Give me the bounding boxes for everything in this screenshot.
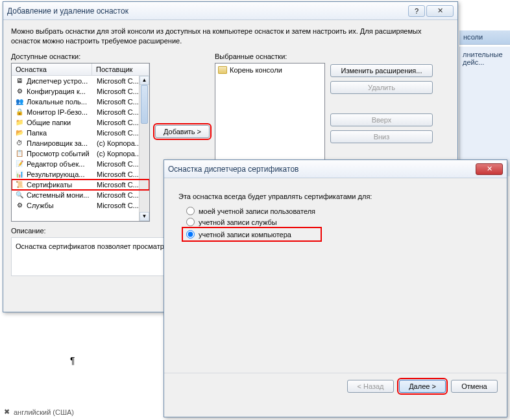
snapin-icon: 📂 <box>14 128 25 137</box>
list-header[interactable]: Оснастка Поставщик <box>12 64 149 76</box>
snapin-icon: 🖥 <box>14 76 25 86</box>
scroll-down-icon[interactable]: ▼ <box>140 212 149 221</box>
radio-input-user[interactable] <box>186 207 195 215</box>
col-snapin[interactable]: Оснастка <box>12 64 92 75</box>
close-icon[interactable]: ✕ <box>476 163 503 175</box>
snapin-name: Локальные поль... <box>27 98 97 106</box>
dialog2-titlebar[interactable]: Оснастка диспетчера сертификатов ✕ <box>164 160 507 178</box>
move-up-button[interactable]: Вверх <box>330 113 433 126</box>
snapin-name: Папка <box>27 129 97 137</box>
snapin-icon: 📜 <box>14 180 25 189</box>
snapin-name: Системный мони... <box>27 191 97 199</box>
wizard-prompt: Эта оснастка всегда будет управлять серт… <box>178 192 492 200</box>
dialog2-title: Оснастка диспетчера сертификатов <box>168 165 476 174</box>
snapin-row[interactable]: 📂ПапкаMicrosoft C... <box>12 128 149 138</box>
snapin-icon: 🔍 <box>14 191 25 200</box>
snapin-vendor: Microsoft C... <box>97 181 147 189</box>
dialog1-titlebar[interactable]: Добавление и удаление оснасток ? ✕ <box>3 2 457 20</box>
next-button[interactable]: Далее > <box>399 380 446 393</box>
pilcrow-mark: ¶ <box>70 355 75 366</box>
edit-extensions-button[interactable]: Изменить расширения... <box>330 64 433 77</box>
snapin-row[interactable]: ⚙Конфигурация к...Microsoft C... <box>12 86 149 97</box>
snapin-name: Планировщик за... <box>27 139 97 147</box>
status-lang-label: английский (США) <box>14 408 74 416</box>
snapin-name: Диспетчер устро... <box>27 77 97 85</box>
radio-input-service[interactable] <box>186 218 195 226</box>
snapin-row[interactable]: 🔒Монитор IP-безо...Microsoft C... <box>12 107 149 117</box>
close-icon[interactable]: ✕ <box>426 5 454 17</box>
col-vendor[interactable]: Поставщик <box>92 64 149 75</box>
help-icon[interactable]: ? <box>408 5 425 17</box>
snapin-row[interactable]: 📁Общие папкиMicrosoft C... <box>12 117 149 128</box>
snapin-name: Монитор IP-безо... <box>27 108 97 116</box>
available-snapins-label: Доступные оснастки: <box>11 52 150 60</box>
console-sidebar-action: лнительные дейс... <box>459 47 510 176</box>
dialog1-description: Можно выбрать оснастки для этой консоли … <box>11 27 450 46</box>
snapin-icon: ⚙ <box>14 87 25 96</box>
tree-root-item[interactable]: Корень консоли <box>218 66 322 74</box>
scroll-up-icon[interactable]: ▲ <box>140 76 149 85</box>
radio-computer-account[interactable]: учетной записи компьютера <box>184 229 320 240</box>
snapin-row[interactable]: 📋Просмотр событий(с) Корпора... <box>12 148 149 159</box>
snapin-row[interactable]: 📜СертификатыMicrosoft C... <box>12 180 149 190</box>
available-snapins-list[interactable]: Оснастка Поставщик 🖥Диспетчер устро...Mi… <box>11 63 150 222</box>
scroll-thumb[interactable] <box>141 85 148 124</box>
snapin-name: Просмотр событий <box>27 150 97 158</box>
snapin-icon: 📊 <box>14 170 25 179</box>
snapin-row[interactable]: 📊Результирующа...Microsoft C... <box>12 169 149 180</box>
radio-label-user: моей учетной записи пользователя <box>199 207 315 215</box>
radio-label-service: учетной записи службы <box>199 218 277 226</box>
snapin-name: Редактор объек... <box>27 160 97 168</box>
move-down-button[interactable]: Вниз <box>330 130 433 143</box>
back-button[interactable]: < Назад <box>347 380 394 393</box>
dialog1-title: Добавление и удаление оснасток <box>7 6 408 16</box>
snapin-name: Общие папки <box>27 119 97 126</box>
snapin-icon: ⏱ <box>14 139 25 148</box>
snapin-row[interactable]: 📝Редактор объек...Microsoft C... <box>12 159 149 169</box>
snapin-name: Результирующа... <box>27 170 97 178</box>
add-button[interactable]: Добавить > <box>155 125 210 138</box>
selected-snapins-label: Выбранные оснастки: <box>215 52 325 60</box>
snapin-row[interactable]: ⏱Планировщик за...(с) Корпора... <box>12 138 149 148</box>
snapin-name: Службы <box>27 202 97 209</box>
snapin-name: Сертификаты <box>27 181 97 189</box>
radio-service-account[interactable]: учетной записи службы <box>186 218 492 226</box>
snapin-row[interactable]: 👥Локальные поль...Microsoft C... <box>12 97 149 107</box>
snapin-icon: 📋 <box>14 149 25 158</box>
snapin-icon: ⚙ <box>14 201 25 210</box>
lang-icon: ✖ <box>4 408 10 416</box>
radio-label-computer: учетной записи компьютера <box>199 231 291 239</box>
cancel-button[interactable]: Отмена <box>451 380 498 393</box>
snapin-icon: 🔒 <box>14 108 25 117</box>
folder-icon <box>218 66 227 74</box>
radio-my-user-account[interactable]: моей учетной записи пользователя <box>186 207 492 215</box>
snapin-row[interactable]: 🔍Системный мони...Microsoft C... <box>12 190 149 200</box>
status-bar: ✖ английский (США) <box>4 408 74 416</box>
remove-button[interactable]: Удалить <box>330 81 433 94</box>
scrollbar[interactable]: ▲ ▼ <box>139 76 149 221</box>
snapin-icon: 📁 <box>14 118 25 127</box>
snapin-name: Конфигурация к... <box>27 88 97 95</box>
certificates-snapin-wizard: Оснастка диспетчера сертификатов ✕ Эта о… <box>164 159 507 417</box>
tree-root-label: Корень консоли <box>230 66 282 74</box>
snapin-row[interactable]: ⚙СлужбыMicrosoft C... <box>12 200 149 211</box>
console-sidebar-header: нсоли <box>459 30 510 45</box>
snapin-icon: 👥 <box>14 97 25 106</box>
snapin-row[interactable]: 🖥Диспетчер устро...Microsoft C... <box>12 76 149 86</box>
radio-input-computer[interactable] <box>186 230 195 239</box>
snapin-icon: 📝 <box>14 159 25 169</box>
